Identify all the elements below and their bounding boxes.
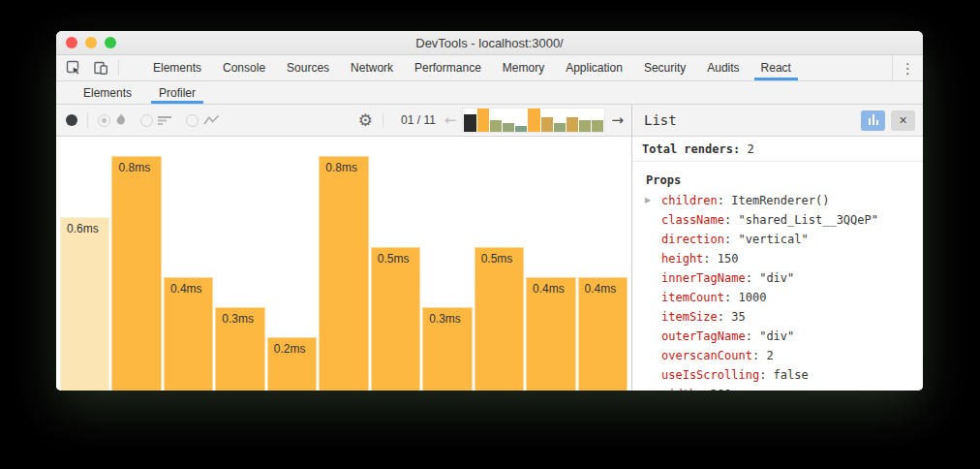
interactions-view-option[interactable] [186,114,220,127]
prev-snapshot-arrow[interactable]: ← [442,113,460,128]
flamegraph-view-option[interactable] [98,113,127,127]
commit-bar-label: 0.3ms [222,312,263,326]
minimap-bar-selected[interactable] [464,114,475,132]
commit-bar-label: 0.5ms [481,252,523,266]
commit-bar[interactable]: 0.2ms [267,337,317,391]
commit-bar[interactable]: 0.6ms [60,217,109,391]
ranked-view-option[interactable] [140,114,172,127]
toolbar-divider [118,60,119,76]
commit-bar-label: 0.4ms [533,282,574,296]
minimap-bar[interactable] [579,120,591,132]
tab-network[interactable]: Network [340,55,404,80]
interactions-icon [203,114,220,126]
minimap-bar[interactable] [554,123,566,132]
prop-key: itemCount [661,291,724,304]
devtools-tabbar-tabs: ElementsConsoleSourcesNetworkPerformance… [142,55,892,80]
minimap-bar[interactable] [567,117,578,132]
next-snapshot-arrow[interactable]: → [608,113,627,128]
inspect-element-icon[interactable] [64,58,83,78]
tab-elements[interactable]: Elements [142,55,212,80]
subtab-profiler[interactable]: Profiler [145,81,209,104]
bar-chart-icon [869,114,878,125]
minimap-bar[interactable] [528,109,539,132]
commit-bar[interactable]: 0.3ms [422,307,472,391]
ranked-chart-icon [158,114,172,126]
tab-performance[interactable]: Performance [404,55,492,80]
kebab-menu-icon[interactable]: ⋮ [901,61,915,76]
snapshot-minimap[interactable] [462,108,605,133]
prop-key: innerTagName [661,271,746,285]
interactions-radio[interactable] [186,114,199,127]
device-toolbar-icon[interactable] [91,58,110,78]
expand-triangle-icon[interactable]: ▶ [645,191,651,210]
prop-key: height [661,252,703,266]
prop-value: "div" [759,271,794,285]
commit-bar-label: 0.8ms [118,161,160,174]
prop-value: "div" [759,329,794,343]
commit-bar-label: 0.2ms [274,342,316,356]
prop-value: 300 [711,388,732,391]
tab-application[interactable]: Application [555,55,633,80]
flamegraph-radio[interactable] [98,114,110,127]
tab-memory[interactable]: Memory [492,55,555,80]
prop-value: 35 [731,310,745,324]
prop-row-itemCount: itemCount: 1000 [632,288,923,307]
tab-sources[interactable]: Sources [276,55,340,80]
commit-bar-label: 0.6ms [67,222,108,235]
commit-bar[interactable]: 0.8ms [319,156,368,391]
commit-bar[interactable]: 0.4ms [164,277,213,391]
minimap-bar[interactable] [592,120,603,132]
minimap-bar[interactable] [477,109,489,132]
prop-value: "vertical" [738,233,808,246]
prop-key: width [661,388,696,391]
subtab-elements[interactable]: Elements [70,81,145,104]
prop-key: useIsScrolling [661,368,759,382]
window-title: DevTools - localhost:3000/ [56,36,923,50]
prop-row-overscanCount: overscanCount: 2 [632,346,923,365]
close-sidebar-button[interactable]: × [891,110,915,131]
commit-bar[interactable]: 0.5ms [475,247,524,391]
total-renders-label: Total renders: [642,142,740,156]
commit-bar-label: 0.4ms [585,282,627,296]
tab-audits[interactable]: Audits [696,55,750,80]
sidebar-header: List × [631,105,923,137]
prop-key: itemSize [661,310,718,324]
props-heading: Props [646,173,923,187]
profiler-pane: ⚙ 01 / 11 ← → List × 0.6ms0.8ms0.4ms0.3m… [56,105,923,391]
commit-bar[interactable]: 0.3ms [215,307,264,391]
toolbar-divider [87,112,88,128]
commit-bar[interactable]: 0.8ms [111,156,161,391]
titlebar: DevTools - localhost:3000/ [56,31,923,55]
prop-row-width: width: 300 [632,385,923,391]
tab-console[interactable]: Console [212,55,276,80]
prop-key: children [661,194,718,207]
commit-bar[interactable]: 0.5ms [371,247,420,391]
render-chart-button[interactable] [861,110,885,131]
prop-key: direction [661,233,724,246]
prop-key: className [661,213,724,227]
close-icon: × [899,112,906,128]
ranked-radio[interactable] [140,114,153,127]
record-button[interactable] [66,114,77,126]
tab-security[interactable]: Security [633,55,696,80]
devtools-window: DevTools - localhost:3000/ ElementsConso… [56,31,923,391]
prop-row-children[interactable]: ▶children: ItemRenderer() [632,191,923,210]
prop-key: overscanCount [661,349,752,362]
prop-value: false [774,368,809,382]
minimap-bar[interactable] [503,123,514,132]
devtools-tool-icons [56,55,129,80]
react-subtabbar: ElementsProfiler [56,81,923,105]
minimap-bar[interactable] [490,120,502,132]
minimap-bar[interactable] [515,126,527,132]
prop-value: 2 [766,349,773,362]
commit-bar[interactable]: 0.4ms [526,277,575,391]
tab-react[interactable]: React [750,55,802,80]
commit-bar-label: 0.4ms [170,282,212,296]
commit-bar[interactable]: 0.4ms [578,277,628,391]
prop-row-useIsScrolling: useIsScrolling: false [632,365,923,385]
commit-bar-chart: 0.6ms0.8ms0.4ms0.3ms0.2ms0.8ms0.5ms0.3ms… [56,137,631,391]
settings-gear-icon[interactable]: ⚙ [358,112,373,129]
devtools-menu-area: ⋮ [892,55,923,80]
prop-row-itemSize: itemSize: 35 [632,307,923,327]
minimap-bar[interactable] [541,117,553,132]
